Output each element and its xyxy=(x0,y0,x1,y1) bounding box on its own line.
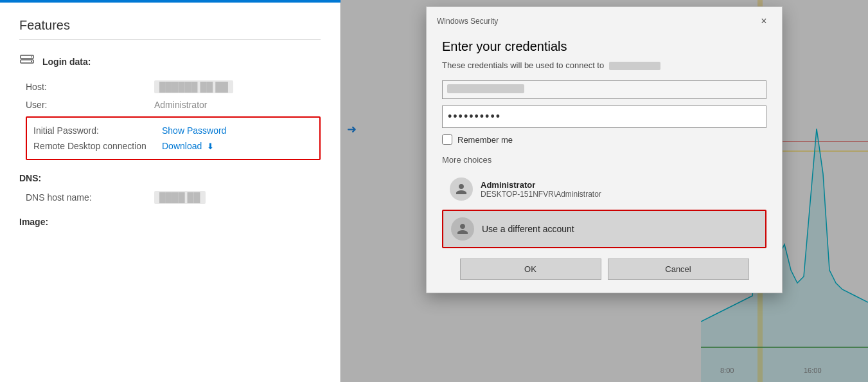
different-account-avatar xyxy=(451,217,474,241)
user-row: User: Administrator xyxy=(19,100,321,110)
svg-point-3 xyxy=(31,61,32,62)
initial-password-row: Initial Password: Show Password xyxy=(33,123,313,138)
different-account-label: Use a different account xyxy=(482,224,574,234)
image-section-title: Image: xyxy=(19,217,321,227)
dialog-body: Enter your credentials These credentials… xyxy=(427,33,782,293)
dialog-subtitle: These credentials will be used to connec… xyxy=(442,60,766,70)
remote-desktop-row: Remote Desktop connection Download ⬇ xyxy=(33,138,313,154)
dns-host-row: DNS host name: ████ ██ xyxy=(19,191,321,204)
dns-title: DNS: xyxy=(19,173,321,183)
more-choices-label: More choices xyxy=(442,155,766,165)
dns-host-value: ████ ██ xyxy=(154,191,206,204)
download-link[interactable]: Download ⬇ xyxy=(162,141,214,151)
login-section-header: Login data: xyxy=(19,53,321,71)
remote-desktop-label: Remote Desktop connection xyxy=(33,141,162,151)
remember-me-row: Remember me xyxy=(442,134,766,145)
user-value: Administrator xyxy=(154,100,207,110)
domain-blur xyxy=(609,62,660,70)
dns-host-label: DNS host name: xyxy=(26,192,154,203)
show-password-link[interactable]: Show Password xyxy=(162,125,226,136)
server-icon xyxy=(19,53,37,71)
account-domain: DESKTOP-151NFVR\Administrator xyxy=(481,190,601,199)
dialog-titlebar: Windows Security × xyxy=(427,7,782,33)
different-account-option[interactable]: Use a different account xyxy=(442,210,766,248)
windows-security-dialog: Windows Security × Enter your credential… xyxy=(426,6,783,293)
dialog-buttons: OK Cancel xyxy=(442,259,766,280)
remember-me-checkbox[interactable] xyxy=(442,134,452,145)
download-icon: ⬇ xyxy=(207,141,214,151)
host-row: Host: ██████ ██ ██ xyxy=(19,80,321,93)
dialog-title: Enter your credentials xyxy=(442,39,766,54)
remember-me-label: Remember me xyxy=(457,135,513,145)
ok-button[interactable]: OK xyxy=(460,259,601,280)
account-name: Administrator xyxy=(481,180,601,190)
dialog-overlay: Windows Security × Enter your credential… xyxy=(341,0,868,382)
host-value: ██████ ██ ██ xyxy=(154,80,233,93)
right-panel: ➜ 8:00 16:00 Windows Security × Enter yo xyxy=(341,0,868,382)
existing-account-info: Administrator DESKTOP-151NFVR\Administra… xyxy=(481,180,601,199)
initial-password-label: Initial Password: xyxy=(33,125,162,136)
cancel-button[interactable]: Cancel xyxy=(608,259,749,280)
existing-account-option[interactable]: Administrator DESKTOP-151NFVR\Administra… xyxy=(442,171,766,207)
user-label: User: xyxy=(26,100,154,110)
username-input[interactable] xyxy=(442,80,766,99)
svg-point-2 xyxy=(31,57,32,58)
dialog-close-button[interactable]: × xyxy=(756,14,772,29)
features-title: Features xyxy=(19,18,321,40)
login-section-label: Login data: xyxy=(42,57,91,67)
highlighted-credentials-box: Initial Password: Show Password Remote D… xyxy=(26,116,321,160)
account-avatar xyxy=(450,177,473,201)
dns-section: DNS: DNS host name: ████ ██ xyxy=(19,173,321,204)
password-input[interactable] xyxy=(442,105,766,128)
host-label: Host: xyxy=(26,82,154,92)
dialog-app-name: Windows Security xyxy=(437,17,498,26)
